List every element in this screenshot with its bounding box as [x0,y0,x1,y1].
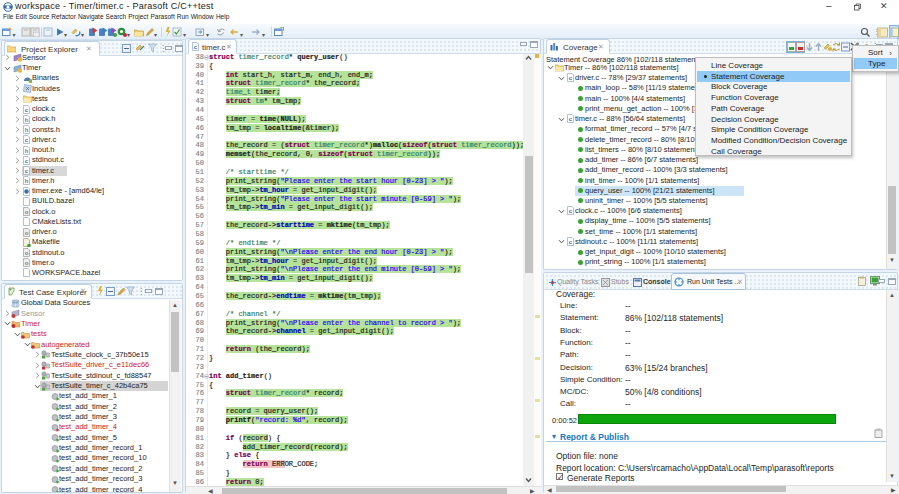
svg-text:o: o [25,230,29,236]
svg-text:h: h [25,127,29,133]
svg-text:h: h [25,148,29,154]
svg-text:o: o [25,209,29,215]
svg-text:o: o [25,260,29,266]
svg-text:h: h [25,117,29,123]
svg-text:o: o [25,250,29,256]
svg-text:h: h [25,178,29,184]
